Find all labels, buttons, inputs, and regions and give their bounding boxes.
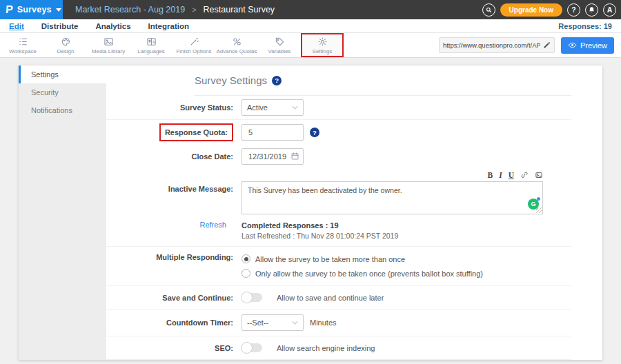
pencil-icon [543, 41, 551, 49]
topbar-actions: Upgrade Now ? A [482, 0, 621, 19]
breadcrumb-parent[interactable]: Market Research - Aug 2019 [75, 5, 185, 14]
sidebar-item-settings[interactable]: Settings [19, 65, 106, 83]
search-icon [485, 6, 493, 14]
close-date-row: Close Date: [106, 145, 602, 168]
countdown-timer-select[interactable]: --Set-- [241, 314, 304, 331]
quota-help-icon[interactable]: ? [310, 128, 319, 137]
seo-description: Allow search engine indexing [277, 344, 375, 352]
refresh-row: Refresh Completed Responses : 19 Last Re… [106, 218, 602, 246]
responses-count[interactable]: Responses: 19 [558, 22, 612, 30]
multiple-responding-options: Allow the survey to be taken more than o… [241, 253, 483, 279]
save-and-continue-label: Save and Continue: [106, 294, 241, 302]
toolbar-design[interactable]: Design [44, 33, 87, 57]
last-refreshed-text: Last Refreshed : Thu Nov 28 01:00:24 PST… [241, 232, 398, 240]
save-and-continue-toggle[interactable] [241, 293, 262, 302]
response-quota-label-cell: Response Quota: [106, 123, 241, 141]
radio-unselected-icon[interactable] [241, 269, 250, 278]
settings-content: Survey Settings ? Survey Status: Active [106, 65, 602, 360]
settings-card: Settings Security Notifications Survey S… [19, 65, 602, 360]
response-quota-row: Response Quota: ? [106, 120, 602, 145]
countdown-timer-label: Countdown Timer: [106, 318, 241, 327]
inactive-message-input[interactable]: This Survey has been deactivated by the … [241, 181, 543, 214]
surveys-product-menu[interactable]: P Surveys [0, 0, 63, 19]
textarea-resize-handle[interactable] [536, 208, 542, 213]
toolbar-settings[interactable]: Settings [301, 33, 344, 57]
breadcrumb-current: Restaurant Survey [204, 5, 275, 14]
toggle-knob [241, 292, 253, 303]
percent-icon [232, 37, 242, 47]
preview-button[interactable]: Preview [561, 37, 614, 54]
responses-summary: Completed Responses : 19 Last Refreshed … [241, 221, 398, 241]
underline-button[interactable]: U [509, 171, 514, 179]
tab-integration[interactable]: Integration [148, 22, 189, 30]
inactive-message-box: This Survey has been deactivated by the … [241, 181, 543, 214]
top-bar: P Surveys Market Research - Aug 2019 > R… [0, 0, 621, 19]
radio-option-once[interactable]: Only allow the survey to be taken once (… [241, 269, 483, 278]
page-title: Survey Settings [195, 74, 267, 86]
toolbar-finish-options[interactable]: Finish Options [172, 33, 215, 57]
edit-toolbar: Workspace Design Media Library A Languag… [0, 33, 621, 58]
toolbar-workspace[interactable]: Workspace [1, 33, 44, 57]
palette-icon [61, 37, 71, 47]
notifications-button[interactable] [585, 3, 598, 17]
completed-responses-text: Completed Responses : 19 [241, 221, 398, 231]
search-button[interactable] [482, 3, 495, 17]
toolbar-languages[interactable]: A Languages [130, 33, 172, 57]
tag-icon [275, 37, 285, 47]
annotation-red-box: Response Quota: [159, 123, 233, 141]
multiple-responding-label: Multiple Responding: [106, 253, 241, 261]
title-help-icon[interactable]: ? [272, 76, 282, 85]
sidebar-item-security[interactable]: Security [19, 83, 106, 101]
close-date-box [241, 148, 304, 165]
questionpro-logo: P [5, 4, 13, 15]
tab-distribute[interactable]: Distribute [41, 22, 79, 30]
inactive-message-row: Inactive Message: B I U This [106, 168, 602, 218]
countdown-timer-row: Countdown Timer: --Set-- Minutes [106, 310, 602, 336]
save-and-continue-row: Save and Continue: Allow to save and con… [106, 286, 602, 309]
seo-toggle[interactable] [241, 343, 262, 352]
toolbar-advance-quotas[interactable]: Advance Quotas [215, 33, 258, 57]
edit-url-button[interactable] [543, 41, 551, 49]
survey-status-label: Survey Status: [106, 103, 241, 112]
wand-icon [189, 37, 199, 47]
tab-analytics[interactable]: Analytics [95, 22, 130, 30]
chevron-down-icon [56, 8, 61, 12]
chevron-down-icon [292, 321, 298, 325]
chevron-down-icon [292, 105, 298, 110]
sidebar-item-notifications[interactable]: Notifications [19, 101, 106, 119]
help-button[interactable]: ? [567, 3, 580, 17]
italic-button[interactable]: I [499, 171, 502, 179]
tab-edit[interactable]: Edit [9, 22, 24, 30]
insert-image-button[interactable] [535, 171, 543, 179]
upgrade-now-button[interactable]: Upgrade Now [500, 3, 562, 17]
toolbar-media-library[interactable]: Media Library [87, 33, 130, 57]
product-name: Surveys [17, 5, 52, 14]
eye-icon [568, 41, 577, 50]
survey-url-box [439, 37, 555, 53]
radio-selected-icon[interactable] [241, 254, 250, 263]
save-and-continue-description: Allow to save and continue later [277, 294, 384, 302]
bell-icon [588, 6, 595, 14]
survey-status-select[interactable]: Active [241, 99, 304, 116]
avatar[interactable]: A [603, 3, 616, 17]
multiple-responding-row: Multiple Responding: Allow the survey to… [106, 247, 602, 285]
workspace-list-icon [18, 37, 28, 47]
response-quota-input[interactable] [241, 124, 304, 141]
bold-button[interactable]: B [488, 171, 493, 179]
survey-status-row: Survey Status: Active [106, 96, 602, 119]
section-nav: Edit Distribute Analytics Integration Re… [0, 19, 621, 33]
refresh-link[interactable]: Refresh [106, 221, 241, 229]
toolbar-variables[interactable]: Variables [258, 33, 301, 57]
survey-url-input[interactable] [443, 41, 540, 49]
inactive-message-label: Inactive Message: [106, 170, 241, 193]
settings-sidebar: Settings Security Notifications [19, 65, 106, 360]
seo-label: SEO: [106, 344, 241, 352]
link-button[interactable] [520, 171, 529, 179]
editor-toolbar: B I U [241, 170, 543, 180]
countdown-timer-suffix: Minutes [310, 318, 337, 327]
page-body: Settings Security Notifications Survey S… [0, 58, 621, 364]
radio-option-multiple[interactable]: Allow the survey to be taken more than o… [241, 254, 483, 263]
close-date-input[interactable] [241, 148, 304, 165]
translate-icon: A [146, 37, 157, 47]
close-date-label: Close Date: [106, 152, 241, 161]
